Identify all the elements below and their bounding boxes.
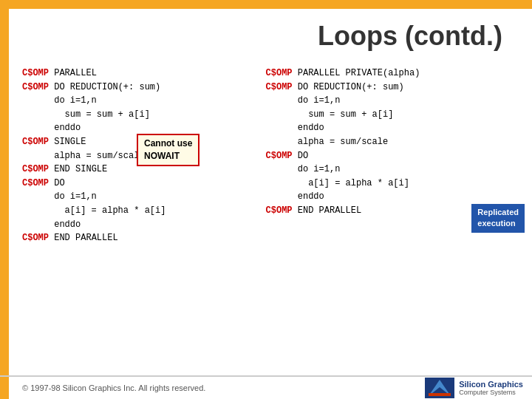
code-line: C$OMP PARALLEL — [22, 66, 251, 81]
code-line: C$OMP DO — [266, 149, 517, 163]
right-code-block: C$OMP PARALLEL PRIVATE(alpha) C$OMP DO R… — [266, 66, 517, 362]
callout-line1: Cannot use — [144, 138, 192, 149]
logo-icon — [425, 378, 454, 398]
page-title: Loops (contd.) — [318, 21, 502, 52]
code-line: a[i] = alpha * a[i] — [266, 177, 517, 191]
code-line: enddo — [22, 218, 251, 232]
callout-line2: NOWAIT — [144, 151, 180, 161]
company-subtitle: Computer Systems — [459, 389, 523, 396]
left-code-block: C$OMP PARALLEL C$OMP DO REDUCTION(+: sum… — [22, 66, 251, 362]
left-bar — [0, 0, 9, 399]
code-line: C$OMP END PARALLEL Replicated execution — [266, 204, 517, 218]
code-line: C$OMP DO REDUCTION(+: sum) — [266, 81, 517, 95]
code-line: sum = sum + a[i] — [266, 108, 517, 122]
left-code-text: C$OMP PARALLEL C$OMP DO REDUCTION(+: sum… — [22, 66, 251, 245]
code-line: do i=1,n — [22, 190, 251, 204]
svg-rect-2 — [429, 393, 451, 396]
code-line: sum = sum + a[i] — [22, 108, 251, 122]
main-content: C$OMP PARALLEL C$OMP DO REDUCTION(+: sum… — [22, 66, 517, 362]
company-name: Silicon Graphics — [459, 380, 523, 389]
code-line: C$OMP PARALLEL PRIVATE(alpha) — [266, 66, 517, 81]
callout-box: Cannot use NOWAIT — [137, 134, 200, 166]
code-line: do i=1,n — [266, 163, 517, 177]
code-line: C$OMP SINGLE Cannot use NOWAIT — [22, 135, 251, 149]
code-line: a[i] = alpha * a[i] — [22, 204, 251, 218]
replicated-line2: execution — [477, 219, 515, 228]
logo-text-block: Silicon Graphics Computer Systems — [459, 380, 523, 396]
code-line: enddo — [266, 190, 517, 204]
code-line: C$OMP DO — [22, 177, 251, 191]
code-line: do i=1,n — [22, 94, 251, 108]
logo-area: Silicon Graphics Computer Systems — [425, 378, 523, 398]
replicated-box: Replicated execution — [471, 204, 525, 233]
replicated-line1: Replicated — [477, 208, 519, 216]
copyright-text: © 1997-98 Silicon Graphics Inc. All righ… — [22, 383, 205, 392]
code-line: do i=1,n — [266, 94, 517, 108]
code-line: alpha = sum/scale — [266, 135, 517, 149]
code-line: C$OMP DO REDUCTION(+: sum) — [22, 81, 251, 95]
right-code-text: C$OMP PARALLEL PRIVATE(alpha) C$OMP DO R… — [266, 66, 517, 218]
code-line: C$OMP END PARALLEL — [22, 231, 251, 245]
footer: © 1997-98 Silicon Graphics Inc. All righ… — [0, 375, 532, 399]
top-bar — [0, 0, 532, 9]
code-line: enddo — [266, 121, 517, 135]
